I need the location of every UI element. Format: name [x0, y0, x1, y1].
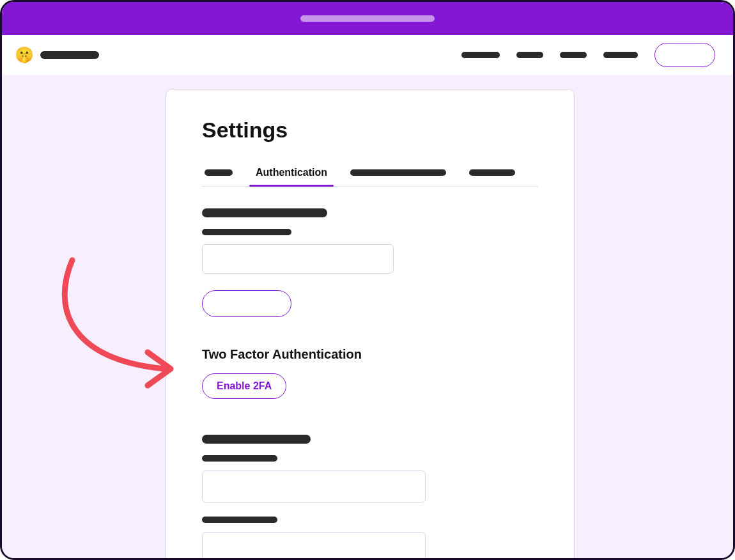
section-3-input-2[interactable]	[202, 532, 426, 560]
content-area: Settings Authentication Two Factor Authe…	[2, 75, 733, 558]
window-titlebar	[2, 2, 733, 35]
tab-0[interactable]	[202, 163, 235, 183]
section-3-label-2	[202, 517, 277, 523]
app-window: 🤫 Settings Authentication	[0, 0, 735, 560]
section-3	[202, 435, 538, 560]
twofa-title: Two Factor Authentication	[202, 347, 538, 362]
section-3-label-1	[202, 455, 277, 462]
section-1	[202, 208, 538, 319]
section-2fa: Two Factor Authentication Enable 2FA	[202, 347, 538, 399]
nav-right	[461, 43, 715, 67]
section-3-input-1[interactable]	[202, 471, 426, 502]
section-1-label	[202, 229, 291, 235]
nav-link-1[interactable]	[461, 52, 500, 58]
section-3-heading	[202, 435, 311, 444]
tab-3[interactable]	[467, 163, 518, 183]
brand[interactable]: 🤫	[15, 47, 99, 63]
section-1-heading	[202, 208, 327, 217]
section-1-button[interactable]	[202, 290, 291, 317]
top-nav: 🤫	[2, 35, 733, 75]
settings-tabs: Authentication	[202, 160, 538, 187]
nav-link-3[interactable]	[560, 52, 587, 58]
nav-link-2[interactable]	[516, 52, 543, 58]
settings-card: Settings Authentication Two Factor Authe…	[166, 89, 575, 560]
nav-link-4[interactable]	[603, 52, 638, 58]
section-1-input[interactable]	[202, 244, 394, 274]
brand-emoji-icon: 🤫	[15, 47, 34, 63]
enable-2fa-button[interactable]: Enable 2FA	[202, 373, 286, 399]
tab-2[interactable]	[348, 163, 449, 183]
nav-cta-button[interactable]	[654, 43, 715, 67]
brand-name	[40, 51, 99, 59]
page-title: Settings	[202, 118, 538, 143]
tab-authentication[interactable]: Authentication	[253, 160, 330, 186]
window-drag-handle[interactable]	[300, 15, 435, 22]
